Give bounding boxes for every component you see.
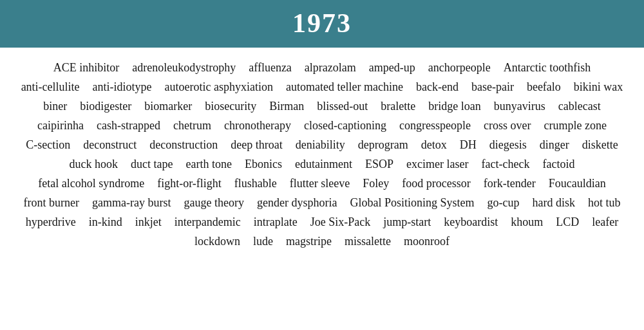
word-item: excimer laser: [400, 154, 475, 174]
word-item: Antarctic toothfish: [497, 58, 597, 77]
word-item: gamma-ray burst: [86, 193, 177, 212]
word-item: gender dysphoria: [251, 193, 343, 212]
word-item: base-pair: [465, 77, 520, 96]
word-item: anchorpeople: [422, 58, 497, 77]
words-container: ACE inhibitoradrenoleukodystrophyaffluen…: [0, 48, 644, 257]
word-item: adrenoleukodystrophy: [126, 58, 242, 77]
word-item: Foley: [356, 174, 395, 193]
word-item: diegesis: [483, 135, 533, 154]
word-item: dinger: [533, 135, 576, 154]
word-item: earth tone: [180, 154, 238, 174]
word-item: hyperdrive: [19, 212, 82, 232]
word-item: magstripe: [279, 232, 338, 251]
word-item: DH: [453, 135, 483, 154]
word-item: leafer: [585, 212, 625, 232]
word-item: khoum: [504, 212, 549, 232]
word-item: moonroof: [397, 232, 456, 251]
word-item: duck hook: [63, 154, 125, 174]
word-item: anti-cellulite: [15, 77, 86, 96]
word-item: food processor: [395, 174, 477, 193]
word-item: lude: [247, 232, 279, 251]
word-item: amped-up: [363, 58, 422, 77]
word-item: Global Positioning System: [343, 193, 480, 212]
page-header: 1973: [0, 0, 644, 48]
word-item: fact-check: [475, 154, 536, 174]
word-item: Birman: [263, 96, 310, 116]
word-item: closed-captioning: [298, 116, 393, 135]
word-item: bikini wax: [567, 77, 630, 96]
word-item: flutter sleeve: [283, 174, 356, 193]
word-item: cross over: [477, 116, 537, 135]
word-item: go-cup: [480, 193, 526, 212]
word-item: back-end: [410, 77, 465, 96]
word-item: flushable: [228, 174, 283, 193]
word-item: caipirinha: [31, 116, 90, 135]
word-item: intraplate: [247, 212, 304, 232]
word-item: hot tub: [582, 193, 627, 212]
word-item: deconstruct: [77, 135, 143, 154]
word-item: edutainment: [289, 154, 359, 174]
word-item: lockdown: [188, 232, 247, 251]
word-item: LCD: [549, 212, 585, 232]
word-item: cash-strapped: [90, 116, 167, 135]
word-item: fork-tender: [477, 174, 542, 193]
word-item: biosecurity: [198, 96, 263, 116]
word-item: Joe Six-Pack: [304, 212, 377, 232]
word-item: deprogram: [352, 135, 415, 154]
word-item: hard disk: [526, 193, 582, 212]
word-item: automated teller machine: [279, 77, 410, 96]
page-title: 1973: [292, 8, 352, 38]
word-item: ESOP: [359, 154, 400, 174]
word-item: alprazolam: [298, 58, 363, 77]
word-item: inkjet: [129, 212, 168, 232]
word-item: in-kind: [82, 212, 129, 232]
word-item: anti-idiotype: [86, 77, 158, 96]
word-item: duct tape: [124, 154, 179, 174]
word-item: bralette: [374, 96, 422, 116]
word-item: detox: [415, 135, 453, 154]
word-item: ACE inhibitor: [47, 58, 126, 77]
word-item: biner: [37, 96, 73, 116]
word-item: blissed-out: [310, 96, 374, 116]
word-item: bunyavirus: [488, 96, 552, 116]
word-item: deconstruction: [143, 135, 224, 154]
word-item: jump-start: [377, 212, 437, 232]
word-item: biomarker: [138, 96, 198, 116]
word-item: C-section: [19, 135, 77, 154]
word-item: deep throat: [224, 135, 289, 154]
word-item: cablecast: [552, 96, 607, 116]
word-item: fight-or-flight: [151, 174, 228, 193]
word-item: biodigester: [73, 96, 138, 116]
word-item: chetrum: [167, 116, 218, 135]
word-item: chronotherapy: [218, 116, 298, 135]
word-item: Ebonics: [238, 154, 289, 174]
word-item: crumple zone: [537, 116, 612, 135]
word-item: bridge loan: [422, 96, 487, 116]
word-item: fetal alcohol syndrome: [32, 174, 151, 193]
word-item: gauge theory: [177, 193, 250, 212]
word-item: factoid: [536, 154, 581, 174]
word-item: autoerotic asphyxiation: [158, 77, 279, 96]
word-item: deniability: [289, 135, 352, 154]
word-item: Foucauldian: [542, 174, 612, 193]
word-item: congresspeople: [393, 116, 477, 135]
word-item: keyboardist: [437, 212, 504, 232]
word-item: affluenza: [242, 58, 298, 77]
word-item: missalette: [338, 232, 397, 251]
word-item: front burner: [17, 193, 86, 212]
word-item: diskette: [576, 135, 625, 154]
word-item: interpandemic: [168, 212, 247, 232]
word-item: beefalo: [520, 77, 567, 96]
